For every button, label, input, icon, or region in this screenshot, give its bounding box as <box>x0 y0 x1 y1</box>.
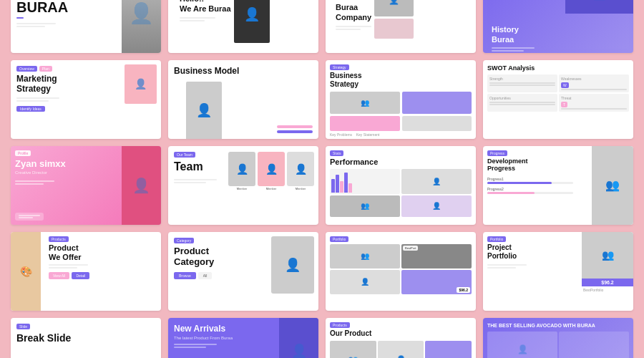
bstrat-title: Business Strategy <box>330 72 472 89</box>
bmodel-badge1 <box>277 125 313 128</box>
bstrat-img4 <box>402 116 472 131</box>
projport1-img3: 👤 <box>330 270 400 294</box>
slide-history[interactable]: 👤 HISTORY 2024 History Buraa <box>483 0 633 53</box>
swot-weakness: Weaknesses W <box>559 74 629 92</box>
prod-cat-btn1[interactable]: Browse <box>174 272 196 279</box>
slide-buraa[interactable]: BURAA 👤 <box>11 0 161 53</box>
ourprod-badge: Products <box>330 322 350 328</box>
swot-title: SWOT Analysis <box>487 64 629 72</box>
prod-offer-title: Product We Offer <box>49 243 157 262</box>
slide-grid: BURAA 👤 About Hello!! We Are Buraa 👤 <box>4 0 640 358</box>
devprog-bar2-label: Progress2 <box>487 187 573 191</box>
team-member2: 👤 Member <box>258 152 285 190</box>
perf-chart1 <box>330 169 400 194</box>
slide-break[interactable]: Slide Break Slide <box>11 318 161 359</box>
about-title: About Buraa Company <box>336 0 371 22</box>
slide-team[interactable]: Our Team Team 👤 Member 👤 Member 👤 Member <box>168 146 318 225</box>
marketing-badge1: Overview <box>16 66 37 72</box>
ourprod-img2: 👤 <box>378 341 424 359</box>
ourprod-img1: 👥 <box>330 341 376 359</box>
slide-proj-port1[interactable]: Portfolio 👥 BestPort 👤 $96.2 <box>326 232 476 311</box>
bmodel-badge2 <box>277 130 313 133</box>
bmodel-person: 👤 <box>186 82 222 139</box>
prod-cat-btn2[interactable]: All <box>198 272 213 279</box>
bestsell-title: THE BEST SELLING AVOCADO WITH BURAA <box>487 322 629 329</box>
swot-threat: Threat T <box>559 94 629 112</box>
team-badge: Our Team <box>174 152 195 158</box>
zyan-person: 👤 <box>122 146 161 225</box>
projport1-img1: 👥 <box>330 244 400 268</box>
ourprod-title: Our Product <box>330 329 472 337</box>
slide-zyan[interactable]: Profile Zyan simxx Creative Director 👤 <box>11 146 161 225</box>
marketing-id-badge: Identify Ideas <box>16 106 45 112</box>
marketing-person: 👤 <box>125 64 157 104</box>
bestsell-img1: 👤 <box>487 332 557 358</box>
slide-marketing[interactable]: 👤 Overview Plan Marketing Strategy Ident… <box>11 60 161 139</box>
slide-product-offer[interactable]: 🎨 Products Product We Offer View All Det… <box>11 232 161 311</box>
prod-cat-person: 👤 <box>271 236 314 294</box>
team-member3: 👤 Member <box>287 152 314 190</box>
perf-img2: 👥 <box>330 195 400 217</box>
slide-new-arrivals[interactable]: New Arrivals The latest Product From Bur… <box>168 318 318 359</box>
bestsell-img2 <box>559 332 629 358</box>
devprog-badge: Progress <box>487 150 507 156</box>
slide-best-selling[interactable]: THE BEST SELLING AVOCADO WITH BURAA 👤 <box>483 318 633 359</box>
perf-badge: Stats <box>330 150 343 156</box>
devprog-bar1 <box>487 182 552 184</box>
zyan-card <box>15 213 44 221</box>
projport1-img2: BestPort <box>401 244 472 268</box>
slide-performance[interactable]: Stats Performance 👤 👥 👤 <box>326 146 476 225</box>
prod-offer-btn1[interactable]: View All <box>49 272 69 279</box>
slide-business-model[interactable]: Business Model 👤 <box>168 60 318 139</box>
buraa-badge <box>16 17 24 19</box>
bstrat-badge: Strategy <box>330 64 349 70</box>
hello-person-box: 👤 <box>234 0 270 43</box>
ourprod-img3 <box>425 341 472 359</box>
devprog-bar2 <box>487 192 535 194</box>
prod-offer-btn2[interactable]: Detail <box>72 272 89 279</box>
hello-title: Hello!! We Are Buraa <box>180 0 231 14</box>
history-title: History Buraa <box>492 24 625 45</box>
slide-our-product[interactable]: Products Our Product 👥 👤 <box>326 318 476 359</box>
about-img-top: 👤 <box>374 0 414 16</box>
buraa-person-icon: 👤 <box>129 1 154 25</box>
projport2-badge: Portfolio <box>487 236 506 242</box>
swot-opportunity: Opportunities <box>487 94 557 112</box>
slide-proj-port2[interactable]: Portfolio Project Portfolio 👥 $96.2 Best… <box>483 232 633 311</box>
team-member1: 👤 Member <box>228 152 255 190</box>
newarrivals-person: 👤 <box>279 318 318 359</box>
zyan-badge: Profile <box>15 150 31 156</box>
slide-biz-strategy[interactable]: Strategy Business Strategy 👥 Key Problem… <box>326 60 476 139</box>
projport1-price: $96.2 <box>457 287 470 293</box>
swot-strength: Strength <box>487 74 557 92</box>
slide-dev-progress[interactable]: Progress Development Progress Progress1 … <box>483 146 633 225</box>
devprog-person: 👥 <box>592 146 633 225</box>
slide-product-cat[interactable]: Category Product Category 👤 Browse All <box>168 232 318 311</box>
bstrat-img2 <box>402 92 472 115</box>
prod-offer-badge: Products <box>49 236 69 242</box>
marketing-badge2: Plan <box>39 66 52 72</box>
prod-cat-badge: Category <box>174 238 194 243</box>
devprog-bar1-label: Progress1 <box>487 177 573 181</box>
slide-about[interactable]: Company About Buraa Company 👤 <box>326 0 476 53</box>
prod-offer-left-img: 🎨 <box>11 232 41 311</box>
bstrat-img3 <box>330 116 400 131</box>
history-top-img: 👤 <box>565 0 633 14</box>
projport2-right: 👥 $96.2 BestPortfolio <box>582 232 633 311</box>
perf-title: Performance <box>330 158 472 166</box>
projport1-img4: $96.2 <box>401 270 472 294</box>
bstrat-img1: 👥 <box>330 92 400 115</box>
projport1-badge: Portfolio <box>330 236 348 242</box>
about-img-bottom <box>374 19 414 39</box>
perf-img3: 👤 <box>401 195 472 217</box>
break-badge: Slide <box>16 324 30 329</box>
slide-swot[interactable]: SWOT Analysis Strength Weaknesses W Oppo… <box>483 60 633 139</box>
slide-hello[interactable]: About Hello!! We Are Buraa 👤 <box>168 0 318 53</box>
perf-img1: 👤 <box>401 169 472 194</box>
bmodel-title: Business Model <box>174 66 313 76</box>
break-title: Break Slide <box>16 332 155 344</box>
